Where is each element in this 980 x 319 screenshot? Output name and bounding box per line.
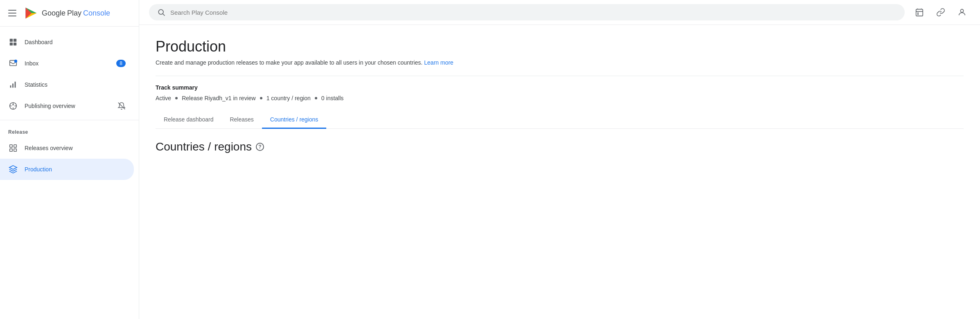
sidebar-item-dashboard-label: Dashboard [25,39,53,45]
link-icon[interactable] [933,4,949,20]
sidebar-item-production[interactable]: Production [0,159,134,180]
svg-rect-3 [10,43,13,45]
svg-rect-24 [916,9,923,16]
track-status: Active [156,95,171,101]
svg-rect-19 [14,145,16,147]
page-title: Production [156,38,964,55]
svg-text:!: ! [917,12,918,16]
track-country-info: 1 country / region [266,95,311,101]
app-logo-text: Google Play Console [42,9,110,18]
sidebar-header: Google Play Console [0,0,139,27]
sidebar-item-statistics[interactable]: Statistics [0,74,134,95]
svg-line-16 [12,104,13,105]
topbar-actions: ! [911,4,970,20]
publishing-icon [8,101,18,111]
play-store-logo-icon [24,6,38,20]
statistics-icon [8,80,18,90]
track-installs-info: 0 installs [321,95,343,101]
logo-play: Play [67,9,81,18]
countries-section-title: Countries / regions ? [156,140,964,153]
logo-console: Console [83,9,110,18]
svg-point-6 [14,60,17,63]
notifications-icon[interactable]: ! [911,4,928,20]
help-icon[interactable]: ? [256,143,264,151]
sidebar-item-publishing-label: Publishing overview [25,103,75,109]
svg-rect-18 [10,145,12,147]
track-summary-section: Track summary Active Release Riyadh_v1 i… [156,76,964,101]
sidebar-nav: Dashboard Inbox 8 St [0,27,139,319]
svg-rect-9 [15,82,16,88]
bullet-2 [260,97,262,99]
inbox-badge: 8 [116,60,126,67]
page-description-text: Create and manage production releases to… [156,59,422,66]
sidebar-item-releases-overview[interactable]: Releases overview [0,137,134,159]
svg-line-15 [13,104,14,105]
inbox-icon [8,58,18,68]
svg-rect-8 [12,83,14,88]
release-section-label: Release [0,124,139,137]
sidebar-item-production-label: Production [25,166,52,173]
search-input[interactable] [170,9,896,16]
sidebar: Google Play Console Dashboard [0,0,139,319]
sidebar-item-publishing-overview[interactable]: Publishing overview [0,95,134,117]
page-content: Production Create and manage production … [139,25,980,319]
sidebar-item-dashboard[interactable]: Dashboard [0,31,134,53]
sidebar-item-inbox[interactable]: Inbox 8 [0,53,134,74]
svg-line-23 [163,14,165,16]
logo-google: Google [42,9,65,18]
track-summary-title: Track summary [156,84,964,91]
bell-off-icon [117,102,126,110]
search-icon [157,8,165,16]
production-icon [8,164,18,174]
topbar: ! [139,0,980,25]
countries-title-text: Countries / regions [156,140,252,153]
releases-icon [8,143,18,153]
sidebar-item-releases-label: Releases overview [25,145,73,151]
svg-rect-7 [10,85,11,88]
account-icon[interactable] [954,4,970,20]
tab-release-dashboard[interactable]: Release dashboard [156,111,221,129]
search-bar[interactable] [149,4,905,20]
menu-icon[interactable] [7,8,18,18]
sidebar-item-inbox-label: Inbox [25,60,38,67]
page-description: Create and manage production releases to… [156,59,964,66]
track-summary-info: Active Release Riyadh_v1 in review 1 cou… [156,95,964,101]
svg-point-29 [960,9,963,12]
svg-rect-4 [14,43,16,45]
svg-point-22 [158,9,163,14]
bullet-1 [175,97,178,99]
logo-area: Google Play Console [24,6,110,20]
sidebar-divider [0,120,139,120]
svg-rect-20 [10,149,12,151]
track-release-info: Release Riyadh_v1 in review [182,95,256,101]
main-content: ! Production Create and manage productio… [139,0,980,319]
svg-rect-21 [14,149,16,151]
svg-rect-1 [10,39,13,42]
tab-countries-regions[interactable]: Countries / regions [262,111,327,129]
dashboard-icon [8,37,18,47]
tabs: Release dashboard Releases Countries / r… [156,111,964,129]
sidebar-item-statistics-label: Statistics [25,81,47,88]
svg-rect-2 [14,39,16,42]
bullet-3 [315,97,317,99]
learn-more-link[interactable]: Learn more [424,59,454,66]
tab-releases[interactable]: Releases [221,111,262,129]
